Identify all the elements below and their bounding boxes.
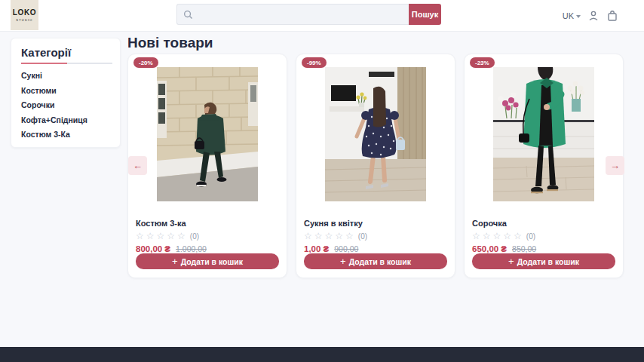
plus-icon: + — [340, 256, 346, 266]
header: LOKO STUDIO Пошук UK — [0, 0, 644, 32]
star-icon: ☆ — [157, 232, 165, 241]
star-icon: ☆ — [314, 232, 323, 241]
old-price: 1.000,00 — [176, 244, 207, 253]
product-image[interactable] — [157, 67, 258, 201]
product-card: -23% — [464, 54, 624, 278]
add-to-cart-label: Додати в кошик — [349, 257, 411, 266]
product-rating: ☆☆☆☆☆ (0) — [136, 232, 279, 241]
old-price: 850,00 — [512, 244, 536, 253]
star-icon: ☆ — [167, 232, 175, 241]
plus-icon: + — [508, 256, 514, 266]
arrow-left-icon: ← — [133, 160, 143, 171]
account-icon[interactable] — [587, 10, 600, 22]
discount-badge: -99% — [302, 57, 327, 68]
discount-badge: -20% — [133, 57, 158, 68]
add-to-cart-button[interactable]: + Додати в кошик — [136, 253, 279, 269]
product-title[interactable]: Сукня в квітку — [304, 219, 447, 228]
product-prices: 1,00 ₴ 900,00 — [304, 244, 447, 253]
cart-icon[interactable] — [606, 10, 618, 22]
star-icon: ☆ — [136, 232, 144, 241]
product-rating: ☆☆☆☆☆ (0) — [472, 232, 615, 241]
product-title[interactable]: Костюм 3-ка — [136, 219, 279, 228]
product-image[interactable] — [325, 67, 426, 201]
rating-count: (0) — [526, 232, 535, 241]
logo-text: LOKO — [13, 9, 36, 17]
product-image[interactable] — [493, 67, 594, 201]
chevron-down-icon — [576, 15, 581, 18]
star-icon: ☆ — [345, 232, 354, 241]
product-prices: 650,00 ₴ 850,00 — [472, 244, 615, 253]
search-input-wrapper — [176, 4, 409, 25]
logo-subtext: STUDIO — [16, 18, 32, 22]
star-icon: ☆ — [483, 232, 491, 241]
star-icon: ☆ — [472, 232, 480, 241]
search-button[interactable]: Пошук — [409, 4, 441, 25]
arrow-right-icon: → — [610, 160, 620, 171]
carousel-prev-button[interactable]: ← — [128, 156, 147, 175]
categories-title-underline — [21, 63, 112, 64]
sidebar-item-kostiumy[interactable]: Костюми — [21, 86, 110, 101]
discount-badge: -23% — [470, 57, 495, 68]
language-label: UK — [563, 11, 574, 20]
star-icon: ☆ — [177, 232, 186, 241]
sidebar-item-sukni[interactable]: Сукні — [21, 71, 110, 86]
product-rating: ☆☆☆☆☆ (0) — [304, 232, 447, 241]
search-input[interactable] — [197, 5, 409, 24]
add-to-cart-button[interactable]: + Додати в кошик — [472, 253, 615, 269]
product-prices: 800,00 ₴ 1.000,00 — [136, 244, 279, 253]
star-icon: ☆ — [335, 232, 343, 241]
categories-list: Сукні Костюми Сорочки Кофта+Спідниця Кос… — [21, 71, 110, 145]
sidebar-item-kofta-spidnytsia[interactable]: Кофта+Спідниця — [21, 115, 110, 130]
categories-title: Категорії — [21, 46, 110, 59]
current-price: 800,00 ₴ — [136, 244, 170, 253]
new-products-carousel: -20% — [127, 54, 624, 278]
language-selector[interactable]: UK — [563, 11, 581, 20]
rating-count: (0) — [190, 232, 199, 241]
star-icon: ☆ — [514, 232, 522, 241]
sidebar-item-sorochky[interactable]: Сорочки — [21, 100, 110, 115]
star-icon: ☆ — [325, 232, 333, 241]
page-title: Нові товари — [127, 35, 213, 51]
search-bar: Пошук — [176, 4, 441, 25]
old-price: 900,00 — [334, 244, 358, 253]
footer — [0, 347, 644, 362]
current-price: 1,00 ₴ — [304, 244, 329, 253]
rating-count: (0) — [358, 232, 367, 241]
header-actions: UK — [563, 0, 618, 32]
add-to-cart-label: Додати в кошик — [517, 257, 579, 266]
logo[interactable]: LOKO STUDIO — [11, 0, 38, 30]
sidebar-item-kostium-3ka[interactable]: Костюм 3-Ка — [21, 130, 110, 145]
star-icon: ☆ — [146, 232, 155, 241]
plus-icon: + — [172, 256, 178, 266]
star-icon: ☆ — [304, 232, 312, 241]
product-card: -99% — [296, 54, 455, 278]
product-card: -20% — [127, 54, 287, 278]
star-icon: ☆ — [503, 232, 511, 241]
current-price: 650,00 ₴ — [472, 244, 507, 253]
search-icon — [183, 10, 193, 20]
add-to-cart-label: Додати в кошик — [181, 257, 243, 266]
carousel-next-button[interactable]: → — [606, 156, 624, 175]
star-icon: ☆ — [493, 232, 501, 241]
add-to-cart-button[interactable]: + Додати в кошик — [304, 253, 447, 269]
categories-panel: Категорії Сукні Костюми Сорочки Кофта+Сп… — [11, 38, 121, 148]
product-title[interactable]: Сорочка — [472, 219, 615, 228]
